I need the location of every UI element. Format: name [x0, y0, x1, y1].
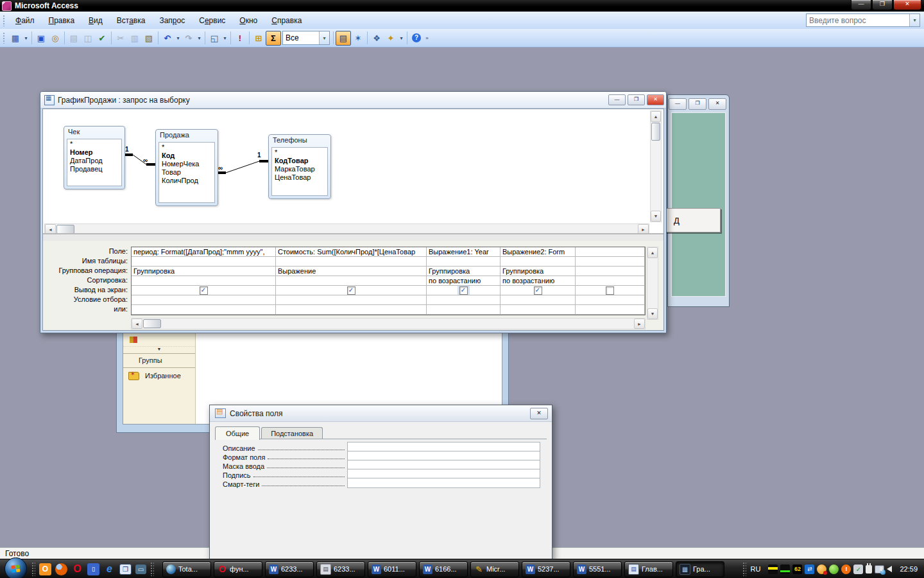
- sidebar-item-favorites[interactable]: Избранное: [123, 368, 195, 383]
- task-word-doc-1[interactable]: W 6233...: [265, 561, 314, 577]
- grid-cell-sort[interactable]: [276, 276, 427, 286]
- agent-alert-icon[interactable]: [817, 565, 826, 574]
- dialog-close-button[interactable]: ✕: [530, 408, 548, 419]
- task-query-window[interactable]: ▦ Гра...: [676, 561, 724, 577]
- paste-button[interactable]: [142, 31, 156, 45]
- scroll-thumb[interactable]: [56, 225, 74, 234]
- copy-button[interactable]: [128, 31, 142, 45]
- grid-cell-group[interactable]: Выражение: [276, 267, 427, 276]
- form-command-button[interactable]: Д: [664, 208, 721, 232]
- new-object-button[interactable]: [384, 31, 398, 45]
- field-asterisk[interactable]: *: [162, 143, 212, 152]
- grid-cell-group[interactable]: Группировка: [427, 267, 501, 276]
- task-word-doc-4[interactable]: W 5237...: [522, 561, 570, 577]
- layout-indicator-icon[interactable]: [768, 565, 778, 574]
- internet-explorer-icon[interactable]: e: [103, 563, 116, 575]
- view-dropdown-icon[interactable]: [22, 31, 30, 45]
- grid-cell-criteria[interactable]: [576, 295, 645, 305]
- task-word-doc-3[interactable]: W 6166...: [419, 561, 468, 577]
- field-tovar[interactable]: Товар: [162, 168, 212, 177]
- form-minimize-button[interactable]: —: [669, 98, 687, 110]
- grid-cell-sort[interactable]: [576, 276, 645, 286]
- taskbar-grip[interactable]: [150, 562, 154, 576]
- grid-cell-criteria[interactable]: [501, 295, 576, 305]
- tables-pane-vscrollbar[interactable]: ▲ ▼: [650, 110, 662, 222]
- task-word-doc-5[interactable]: W 5551...: [573, 561, 622, 577]
- query-window-title-bar[interactable]: ГрафикПродажи : запрос на выборку — ❐ ✕: [40, 92, 666, 109]
- menu-grip[interactable]: [3, 15, 6, 26]
- properties-button[interactable]: [336, 31, 351, 46]
- prop-input-smart-tags[interactable]: [347, 478, 540, 488]
- toolbar-options-icon[interactable]: [424, 31, 431, 45]
- scroll-thumb[interactable]: [143, 319, 161, 328]
- grid-cell-criteria[interactable]: [276, 295, 427, 305]
- save-launcher-icon[interactable]: ▯: [87, 563, 99, 575]
- power-plug-icon[interactable]: [866, 565, 872, 574]
- opera-icon[interactable]: O: [71, 563, 83, 575]
- grid-cell-field[interactable]: Выражение2: Form: [501, 247, 576, 257]
- database-window-button[interactable]: [370, 31, 384, 45]
- grid-cell-table[interactable]: [501, 257, 576, 267]
- alert-icon[interactable]: !: [841, 565, 851, 574]
- layout-indicator2-icon[interactable]: [780, 565, 790, 574]
- scroll-up-icon[interactable]: ▲: [651, 111, 661, 122]
- menu-query[interactable]: Запрос: [152, 13, 192, 28]
- field-markatovar[interactable]: МаркаТовар: [275, 165, 325, 173]
- print-button[interactable]: [67, 31, 81, 45]
- tab-general[interactable]: Общие: [215, 426, 260, 440]
- dialog-title-bar[interactable]: Свойства поля ✕: [210, 405, 552, 422]
- grid-hscrollbar[interactable]: ◄ ►: [131, 318, 646, 329]
- run-button[interactable]: !: [233, 31, 247, 45]
- show-desktop-icon[interactable]: ▭: [135, 565, 146, 574]
- menu-help[interactable]: Справка: [264, 13, 309, 28]
- grid-cell-sort[interactable]: по возрастанию: [501, 276, 576, 286]
- field-prodavec[interactable]: Продавец: [70, 165, 119, 173]
- field-cenatovar[interactable]: ЦенаТовар: [275, 173, 325, 182]
- field-list-chek[interactable]: Чек * Номер ДатаПрод Продавец: [64, 126, 125, 189]
- redo-button[interactable]: [182, 31, 196, 45]
- grid-cell-sort[interactable]: [132, 276, 276, 286]
- task-microsoft-app[interactable]: ✎ Micr...: [470, 561, 519, 577]
- grid-cell-group[interactable]: Группировка: [501, 267, 576, 276]
- field-asterisk[interactable]: *: [70, 140, 119, 148]
- task-main-form[interactable]: ▤ Глав...: [624, 561, 673, 577]
- start-button[interactable]: [4, 557, 27, 578]
- query-close-button[interactable]: ✕: [647, 94, 664, 105]
- grid-cell-field[interactable]: Стоимость: Sum([КоличПрод]*[ЦенаТовар: [276, 247, 427, 257]
- grid-vscrollbar[interactable]: ▲ ▼: [647, 247, 658, 320]
- grid-cell-criteria[interactable]: [427, 295, 501, 305]
- view-button[interactable]: [8, 31, 22, 45]
- grid-cell-group[interactable]: [576, 267, 645, 276]
- quick-launch-grip[interactable]: [31, 562, 35, 576]
- counter-badge[interactable]: 62: [792, 565, 802, 574]
- firefox-icon[interactable]: [55, 563, 67, 575]
- query-type-button[interactable]: [207, 31, 221, 45]
- grid-cell-or[interactable]: [276, 305, 427, 315]
- usb-device-icon[interactable]: ✓: [853, 565, 863, 574]
- language-indicator[interactable]: RU: [751, 565, 761, 573]
- question-input[interactable]: [807, 16, 909, 25]
- field-kod[interactable]: Код: [162, 152, 212, 160]
- show-checkbox[interactable]: [459, 286, 468, 295]
- window-switcher-icon[interactable]: ❐: [119, 564, 132, 575]
- print-preview-button[interactable]: [81, 31, 95, 45]
- menu-insert[interactable]: Вставка: [110, 13, 153, 28]
- grid-cell-or[interactable]: [501, 305, 576, 315]
- grid-cell-table[interactable]: [427, 257, 501, 267]
- icq-icon[interactable]: [829, 565, 839, 574]
- grid-cell-field[interactable]: период: Format([ДатаПрод];"mmm yyyy",: [132, 247, 276, 257]
- menu-tools[interactable]: Сервис: [192, 13, 232, 28]
- show-checkbox[interactable]: [200, 286, 208, 295]
- sidebar-scroll-down-icon[interactable]: ▼: [123, 347, 195, 353]
- grid-cell-field[interactable]: Выражение1: Year: [427, 247, 501, 257]
- scroll-left-icon[interactable]: ◄: [132, 319, 142, 329]
- build-button[interactable]: [351, 31, 365, 45]
- scroll-up-icon[interactable]: ▲: [647, 247, 658, 258]
- grid-cell-sort[interactable]: по возрастанию: [427, 276, 501, 286]
- undo-button[interactable]: [160, 31, 175, 45]
- show-checkbox[interactable]: [347, 286, 355, 295]
- form-maximize-button[interactable]: ❐: [689, 98, 706, 110]
- field-asterisk[interactable]: *: [275, 148, 325, 157]
- task-word-doc-2[interactable]: W 6011...: [368, 561, 416, 577]
- grid-cell-or[interactable]: [132, 305, 276, 315]
